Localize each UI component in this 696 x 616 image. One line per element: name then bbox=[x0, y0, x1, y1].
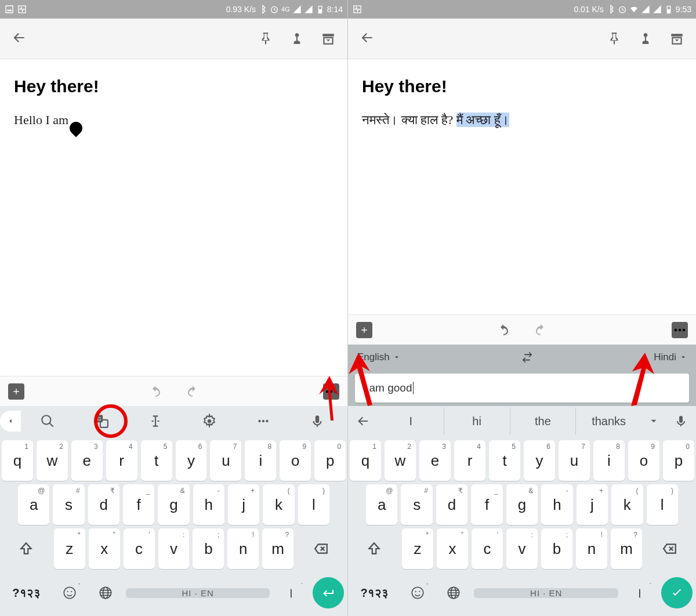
key-h[interactable]: h- bbox=[193, 484, 224, 525]
key-v[interactable]: v: bbox=[506, 528, 538, 569]
globe-key[interactable] bbox=[436, 575, 470, 610]
key-c[interactable]: c' bbox=[124, 528, 155, 569]
key-r[interactable]: r4 bbox=[454, 440, 485, 481]
expand-suggestions-icon[interactable] bbox=[641, 416, 666, 426]
key-y[interactable]: y6 bbox=[524, 440, 555, 481]
key-m[interactable]: m? bbox=[611, 528, 642, 569]
pipe-key[interactable]: ।. bbox=[622, 575, 656, 610]
add-button[interactable] bbox=[356, 322, 372, 338]
backspace-key[interactable] bbox=[297, 528, 346, 569]
editor-content[interactable]: Hey there! नमस्ते। क्या हाल है? मैं अच्छ… bbox=[348, 59, 696, 314]
key-q[interactable]: q1 bbox=[2, 440, 33, 481]
target-lang-selector[interactable]: Hindi bbox=[654, 352, 687, 363]
emoji-key[interactable]: , bbox=[55, 575, 85, 610]
key-b[interactable]: b; bbox=[193, 528, 224, 569]
key-z[interactable]: z* bbox=[54, 528, 85, 569]
undo-icon[interactable] bbox=[148, 385, 162, 398]
key-o[interactable]: o9 bbox=[280, 440, 311, 481]
key-d[interactable]: d₹ bbox=[88, 484, 119, 525]
back-arrow-icon[interactable] bbox=[12, 30, 27, 45]
shift-key[interactable] bbox=[350, 528, 398, 569]
key-w[interactable]: w2 bbox=[385, 440, 416, 481]
key-l[interactable]: l) bbox=[298, 484, 329, 525]
settings-icon[interactable] bbox=[182, 414, 236, 429]
swap-icon[interactable] bbox=[521, 351, 534, 364]
symbols-key[interactable]: ?१२३ bbox=[2, 575, 51, 610]
key-j[interactable]: j+ bbox=[228, 484, 259, 525]
key-e[interactable]: e3 bbox=[419, 440, 451, 481]
key-c[interactable]: c' bbox=[472, 528, 503, 569]
backspace-key[interactable] bbox=[646, 528, 694, 569]
symbols-key[interactable]: ?१२३ bbox=[350, 575, 399, 610]
key-n[interactable]: n! bbox=[576, 528, 607, 569]
key-e[interactable]: e3 bbox=[71, 440, 103, 481]
key-a[interactable]: a@ bbox=[18, 484, 49, 525]
add-button[interactable] bbox=[8, 383, 24, 400]
key-s[interactable]: s# bbox=[401, 484, 432, 525]
redo-icon[interactable] bbox=[186, 385, 200, 398]
globe-key[interactable] bbox=[88, 575, 122, 610]
key-f[interactable]: f_ bbox=[471, 484, 502, 525]
collapse-strip-icon[interactable] bbox=[0, 411, 21, 432]
key-i[interactable]: i8 bbox=[593, 440, 625, 481]
key-x[interactable]: x" bbox=[437, 528, 468, 569]
key-k[interactable]: k( bbox=[611, 484, 643, 525]
key-x[interactable]: x" bbox=[89, 528, 120, 569]
mic-icon[interactable] bbox=[666, 414, 696, 428]
key-u[interactable]: u7 bbox=[210, 440, 241, 481]
key-g[interactable]: g& bbox=[506, 484, 538, 525]
space-key[interactable]: HI · EN bbox=[474, 588, 618, 598]
key-d[interactable]: d₹ bbox=[436, 484, 467, 525]
pin-icon[interactable] bbox=[258, 31, 273, 46]
search-icon[interactable] bbox=[21, 414, 75, 429]
key-m[interactable]: m? bbox=[262, 528, 293, 569]
key-f[interactable]: f_ bbox=[123, 484, 154, 525]
suggestion[interactable]: thanks bbox=[576, 408, 641, 435]
more-button[interactable] bbox=[323, 383, 339, 400]
suggestion[interactable]: I bbox=[378, 408, 444, 435]
key-u[interactable]: u7 bbox=[559, 440, 590, 481]
touch-icon[interactable] bbox=[638, 31, 653, 46]
suggestion[interactable]: the bbox=[510, 408, 577, 435]
key-i[interactable]: i8 bbox=[245, 440, 276, 481]
done-key[interactable] bbox=[661, 577, 693, 608]
mic-icon[interactable] bbox=[290, 414, 344, 429]
more-button[interactable] bbox=[672, 322, 688, 338]
space-key[interactable]: HI · EN bbox=[126, 588, 270, 598]
key-r[interactable]: r4 bbox=[106, 440, 137, 481]
text-cursor-icon[interactable] bbox=[129, 414, 183, 429]
key-b[interactable]: b; bbox=[541, 528, 572, 569]
translate-input[interactable]: I am good bbox=[355, 374, 689, 403]
key-h[interactable]: h- bbox=[541, 484, 572, 525]
emoji-key[interactable]: , bbox=[403, 575, 433, 610]
redo-icon[interactable] bbox=[534, 323, 548, 337]
editor-content[interactable]: Hey there! Hello I am bbox=[0, 59, 347, 376]
pin-icon[interactable] bbox=[607, 31, 622, 46]
more-dots-icon[interactable] bbox=[236, 414, 290, 429]
source-lang-selector[interactable]: English bbox=[357, 352, 400, 363]
key-l[interactable]: l) bbox=[647, 484, 678, 525]
key-s[interactable]: s# bbox=[53, 484, 84, 525]
suggestion[interactable]: hi bbox=[444, 408, 510, 435]
key-g[interactable]: g& bbox=[158, 484, 189, 525]
key-o[interactable]: o9 bbox=[628, 440, 659, 481]
archive-icon[interactable] bbox=[321, 31, 336, 46]
key-z[interactable]: z* bbox=[402, 528, 433, 569]
key-y[interactable]: y6 bbox=[176, 440, 207, 481]
key-v[interactable]: v: bbox=[158, 528, 190, 569]
shift-key[interactable] bbox=[2, 528, 50, 569]
key-t[interactable]: t5 bbox=[141, 440, 172, 481]
key-w[interactable]: w2 bbox=[37, 440, 68, 481]
key-k[interactable]: k( bbox=[263, 484, 294, 525]
key-n[interactable]: n! bbox=[227, 528, 259, 569]
touch-icon[interactable] bbox=[289, 31, 304, 46]
key-p[interactable]: p0 bbox=[314, 440, 346, 481]
enter-key[interactable] bbox=[313, 577, 344, 608]
key-p[interactable]: p0 bbox=[663, 440, 694, 481]
key-t[interactable]: t5 bbox=[489, 440, 520, 481]
key-j[interactable]: j+ bbox=[577, 484, 608, 525]
key-a[interactable]: a@ bbox=[366, 484, 397, 525]
key-q[interactable]: q1 bbox=[350, 440, 381, 481]
pipe-key[interactable]: ।. bbox=[273, 575, 307, 610]
back-icon[interactable] bbox=[348, 414, 378, 428]
